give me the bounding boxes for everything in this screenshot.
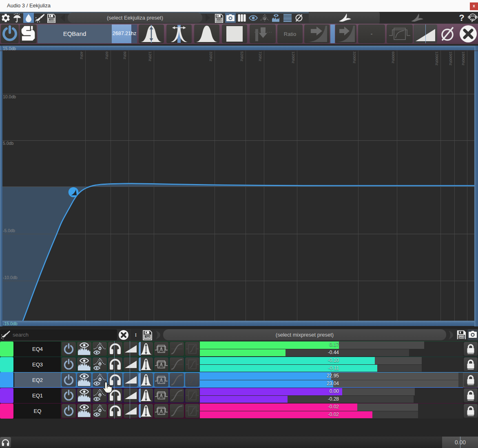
svg-text:-15.0db: -15.0db bbox=[3, 321, 18, 326]
svg-text:80hz: 80hz bbox=[123, 51, 127, 60]
svg-text:5.0db: 5.0db bbox=[3, 141, 13, 146]
svg-text:SAVE: SAVE bbox=[217, 19, 222, 21]
svg-text:12000hz: 12000hz bbox=[435, 51, 439, 66]
svg-text:15000hz: 15000hz bbox=[449, 51, 453, 66]
svg-text:-5.0db: -5.0db bbox=[3, 228, 15, 233]
svg-text:6000hz: 6000hz bbox=[391, 51, 395, 64]
svg-text:520hz: 520hz bbox=[240, 51, 244, 62]
svg-text:320hz: 320hz bbox=[209, 51, 213, 62]
svg-text:10.0db: 10.0db bbox=[3, 94, 16, 99]
svg-text:SAVE: SAVE bbox=[458, 336, 465, 339]
svg-text:LOAD: LOAD bbox=[144, 336, 150, 339]
svg-text:1200hz: 1200hz bbox=[291, 51, 295, 64]
svg-text:LOAD: LOAD bbox=[49, 19, 54, 21]
svg-text:60hz: 60hz bbox=[105, 51, 109, 60]
svg-text:40hz: 40hz bbox=[80, 51, 84, 60]
svg-text:15.0db: 15.0db bbox=[3, 46, 16, 51]
svg-text:3200hz: 3200hz bbox=[352, 51, 356, 64]
svg-text:720hz: 720hz bbox=[258, 51, 262, 62]
svg-text:18000hz: 18000hz bbox=[461, 51, 465, 66]
svg-text:120hz: 120hz bbox=[148, 51, 152, 62]
svg-text:-10.0db: -10.0db bbox=[3, 275, 18, 280]
